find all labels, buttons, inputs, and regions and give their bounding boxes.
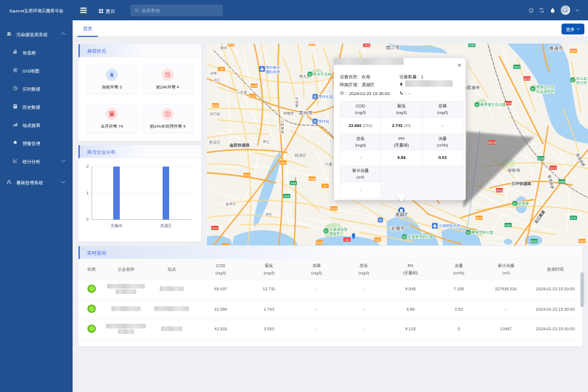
svg-text:洪庄: 洪庄 [213,78,221,82]
svg-text:S232: S232 [243,173,251,177]
svg-text:常州站: 常州站 [319,119,330,123]
svg-text:钟楼区: 钟楼区 [283,111,294,115]
svg-text:树: 树 [324,230,327,233]
svg-text:S38: S38 [280,161,286,165]
svg-text:间口镇: 间口镇 [210,113,221,116]
svg-text:S48: S48 [505,224,511,227]
svg-text:黄泗浦生态公园: 黄泗浦生态公园 [481,102,506,107]
svg-text:铁: 铁 [314,120,317,123]
svg-text:三连塘: 三连塘 [237,90,248,94]
svg-text:常州市: 常州市 [298,110,313,115]
svg-text:湖全: 湖全 [265,212,272,216]
svg-text:礼嘉: 礼嘉 [325,163,332,166]
svg-text:S340: S340 [531,240,539,243]
svg-text:江宜高速: 江宜高速 [280,119,285,134]
svg-text:南通市: 南通市 [549,46,563,51]
svg-text:大溪港湿地公园: 大溪港湿地公园 [408,234,433,239]
svg-text:武进区: 武进区 [295,153,307,158]
svg-text:G524: G524 [523,77,531,81]
svg-text:昆承湖: 昆承湖 [518,201,529,205]
svg-text:S38: S38 [469,44,475,47]
svg-text:国际机场: 国际机场 [266,70,280,74]
svg-text:洪甲: 洪甲 [210,72,217,75]
svg-text:无锡硕放机场: 无锡硕放机场 [438,224,460,228]
svg-text:S19: S19 [514,65,520,69]
svg-text:S338: S338 [309,44,317,46]
svg-text:外环路: 外环路 [295,97,298,108]
svg-text:金武快速路: 金武快速路 [229,143,250,147]
svg-text:靖江市: 靖江市 [385,45,400,50]
svg-text:G524: G524 [489,141,497,144]
svg-text:S122: S122 [227,44,235,46]
svg-text:金坛区: 金坛区 [209,140,221,144]
svg-text:无锡市: 无锡市 [391,226,405,231]
svg-text:树: 树 [531,88,534,91]
svg-text:S48: S48 [375,238,380,242]
svg-text:S58: S58 [284,195,290,198]
svg-text:三环快速路: 三环快速路 [511,181,531,186]
svg-text:G15: G15 [550,166,557,170]
svg-text:黄河浜: 黄河浜 [226,203,237,206]
svg-text:S9: S9 [219,68,224,71]
svg-text:S29: S29 [571,49,576,53]
svg-text:树: 树 [571,79,574,82]
svg-text:S128: S128 [537,157,545,160]
svg-text:G42: G42 [364,44,370,47]
svg-text:农业旅游区: 农业旅游区 [536,89,555,94]
svg-text:S122: S122 [249,94,257,98]
svg-text:S?: S? [323,184,327,188]
svg-text:新龙生态林: 新龙生态林 [314,72,332,76]
svg-text:树: 树 [513,203,516,205]
svg-text:G346: G346 [496,189,504,192]
svg-text:曹湖湿地公园: 曹湖湿地公园 [472,230,494,234]
svg-text:S338: S338 [558,180,566,184]
svg-text:铁: 铁 [314,95,317,99]
svg-text:树: 树 [475,104,478,107]
svg-text:滨湖区: 滨湖区 [395,212,408,217]
svg-text:S240: S240 [212,104,220,107]
svg-text:树: 树 [467,232,470,234]
svg-text:S48: S48 [223,244,229,245]
svg-text:S58: S58 [579,240,585,243]
svg-text:S75: S75 [571,216,576,220]
svg-text:S48: S48 [290,181,296,185]
svg-text:铁: 铁 [379,219,383,222]
svg-text:G2: G2 [345,238,349,242]
svg-text:薛埠: 薛埠 [220,46,227,50]
svg-text:S239: S239 [250,84,258,88]
svg-text:度假区: 度假区 [330,232,340,236]
svg-text:S342: S342 [309,177,317,181]
svg-text:S230: S230 [316,241,324,245]
svg-text:S227: S227 [475,216,483,220]
svg-text:树: 树 [309,73,311,76]
svg-text:S19: S19 [331,207,337,211]
svg-text:新庄: 新庄 [263,139,270,144]
svg-text:树: 树 [403,236,406,239]
svg-text:常熟市: 常熟市 [507,168,520,173]
svg-text:G25: G25 [212,226,219,230]
svg-text:风光带: 风光带 [576,81,587,85]
svg-text:常州北站: 常州北站 [319,94,333,99]
